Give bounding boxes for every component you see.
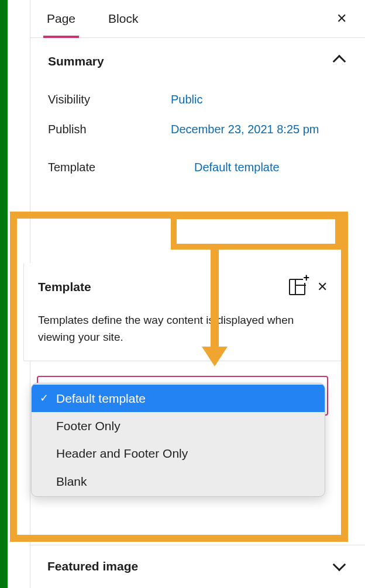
publish-value[interactable]: December 23, 2021 8:25 pm [171,123,347,136]
panel-tabs: Page Block ✕ [30,0,365,38]
annotation-highlight-popover [10,212,348,542]
featured-image-title: Featured image [47,559,138,573]
tab-page[interactable]: Page [30,0,92,37]
template-row: Template Default template [30,144,365,182]
summary-section-toggle[interactable]: Summary [30,38,365,85]
publish-label: Publish [48,123,171,136]
visibility-value[interactable]: Public [171,93,347,106]
tab-list: Page Block [30,0,154,37]
annotation-arrow-head [202,347,228,366]
visibility-label: Visibility [48,93,171,106]
template-label: Template [48,161,194,174]
annotation-arrow [211,245,219,350]
summary-title: Summary [48,54,104,68]
editor-edge-bar [0,0,8,588]
chevron-up-icon [333,55,346,68]
close-icon[interactable]: ✕ [333,8,350,30]
publish-row: Publish December 23, 2021 8:25 pm [30,115,365,144]
template-value[interactable]: Default template [194,161,347,174]
tab-block[interactable]: Block [92,0,154,37]
chevron-down-icon [333,558,346,572]
featured-image-toggle[interactable]: Featured image [30,545,365,587]
visibility-row: Visibility Public [30,85,365,115]
featured-image-section: Featured image [30,545,365,587]
